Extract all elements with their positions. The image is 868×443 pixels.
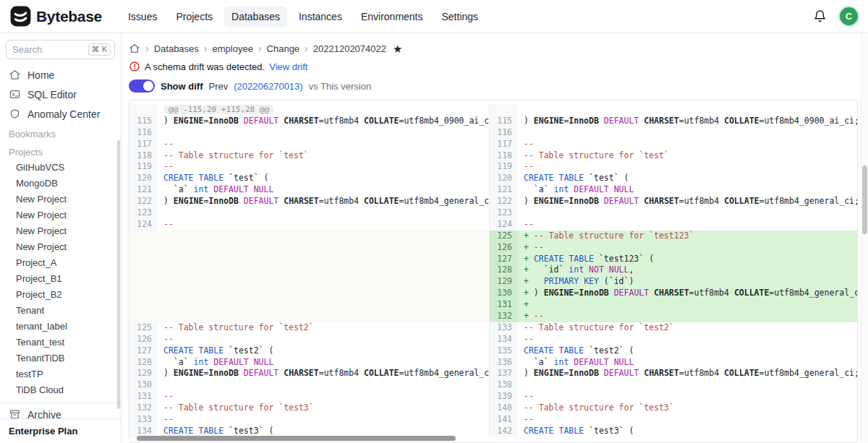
diff-line-right: -- [517,391,857,403]
diff-line-left: -- [157,219,490,231]
topbar-right: C [813,7,858,25]
topnav-item-environments[interactable]: Environments [354,7,430,27]
diff-row: 119--119-- [129,161,857,173]
sidebar-project-item[interactable]: TenantTiDB [0,350,121,366]
breadcrumb-separator: › [258,43,262,54]
sidebar-project-item[interactable]: tenant_label [0,319,121,335]
sidebar-project-item[interactable]: New Project [0,207,121,223]
topnav-item-projects[interactable]: Projects [169,7,220,27]
sidebar-item-archive[interactable]: Archive [0,405,121,418]
topbar: Bytebase IssuesProjectsDatabasesInstance… [0,0,868,33]
diff-row: 130+ ) ENGINE=InnoDB DEFAULT CHARSET=utf… [129,288,857,299]
show-diff-label: Show diff [161,81,203,92]
sidebar-project-item[interactable]: testTP [0,366,121,382]
view-drift-link[interactable]: View drift [269,61,307,72]
diff-row: 120CREATE TABLE `test` (120CREATE TABLE … [129,173,857,184]
sidebar-project-item[interactable]: MongoDB [0,176,121,192]
bytebase-logo[interactable]: Bytebase [10,6,102,27]
diff-row: 115) ENGINE=InnoDB DEFAULT CHARSET=utf8m… [129,116,857,127]
star-icon[interactable]: ★ [393,43,402,54]
sidebar-project-item[interactable]: TiDB Cloud [0,382,121,398]
vs-this-version-text: vs This version [309,81,371,92]
diff-line-right: `a` int DEFAULT NULL [517,184,857,196]
search-input[interactable]: Search ⌘ K [6,40,115,59]
diff-line-left [157,231,490,242]
sidebar-project-item[interactable]: Project_A [0,255,121,271]
sidebar-item-label: SQL Editor [27,89,77,100]
sql-editor-icon [9,88,21,100]
diff-gutter-left: 125 [129,322,157,334]
diff-line-right: `a` int DEFAULT NULL [517,357,857,369]
search-shortcut-badge: ⌘ K [88,43,111,56]
show-diff-toggle[interactable] [129,79,155,93]
diff-line-right: + CREATE TABLE `test123` ( [517,254,857,265]
diff-row: 131--139-- [129,391,857,403]
diff-row: 126+ -- [129,242,857,254]
breadcrumb-separator: › [145,43,149,54]
diff-line-right: -- [517,334,857,345]
diff-line-right: -- [517,414,857,426]
sidebar-project-item[interactable]: GitHubVCS [0,160,121,176]
diff-line-left [157,379,490,391]
diff-row: 128 `a` int DEFAULT NULL136 `a` int DEFA… [129,357,857,369]
diff-gutter-right: 127 [490,254,517,265]
diff-gutter-right: 125 [490,231,517,242]
topnav-item-instances[interactable]: Instances [292,7,349,27]
diff-gutter-right: 122 [490,196,517,207]
breadcrumb-item-databases[interactable]: Databases [154,43,199,54]
diff-row: 127+ CREATE TABLE `test123` ( [129,254,857,265]
diff-gutter-right: 129 [490,276,517,288]
diff-gutter-right: 133 [490,322,517,334]
sidebar-item-sql-editor[interactable]: SQL Editor [0,85,121,104]
sidebar-project-item[interactable]: New Project [0,223,121,239]
breadcrumb-item-employee[interactable]: employee [213,43,253,54]
sidebar-project-item[interactable]: New Project [0,192,121,207]
notification-bell-icon[interactable] [813,9,827,23]
plan-badge: Enterprise Plan [0,418,121,443]
diff-line-left [157,127,490,139]
diff-row: 118-- Table structure for `test`118-- Ta… [129,150,857,162]
prev-label: Prev [209,81,229,92]
topnav-items: IssuesProjectsDatabasesInstancesEnvironm… [121,7,485,27]
diff-row: 125-- Table structure for `test2`133-- T… [129,322,857,334]
diff-line-left [157,288,490,299]
topnav-item-databases[interactable]: Databases [224,7,287,27]
alert-icon [129,61,140,72]
diff-line-right [517,207,857,219]
breadcrumb-item-version[interactable]: 20221202074022 [313,43,386,54]
sidebar-project-item[interactable]: New Project [0,239,121,255]
sidebar-scroll-area: Home SQL Editor Anomaly Center Bookmarks… [0,65,121,418]
diff-row: 128+ `id` int NOT NULL, [129,264,857,276]
prev-version-link[interactable]: (202206270013) [234,81,302,92]
diff-horizontal-scrollbar-thumb[interactable] [137,436,456,441]
sidebar-item-anomaly-center[interactable]: Anomaly Center [0,104,121,124]
diff-row: 130138 [129,379,857,391]
sidebar-scrollbar[interactable] [117,140,120,409]
diff-line-left: `a` int DEFAULT NULL [157,357,490,369]
sidebar-project-item[interactable]: Tenant [0,303,121,319]
topnav-item-settings[interactable]: Settings [435,7,486,27]
diff-line-right: -- [517,219,857,231]
sidebar-project-item[interactable]: Tenant_test [0,335,121,350]
topnav-item-issues[interactable]: Issues [121,7,164,27]
diff-gutter-left: 115 [129,116,157,127]
diff-horizontal-scrollbar[interactable] [131,435,856,442]
sidebar-project-item[interactable]: Project_B2 [0,287,121,303]
breadcrumb-item-change[interactable]: Change [267,43,300,54]
page-scrollbar[interactable] [861,33,868,443]
diff-row: 117--117-- [129,139,857,150]
diff-line-left [157,264,490,276]
page-scrollbar-thumb[interactable] [862,165,867,234]
sidebar-project-item[interactable]: Project_B1 [0,271,121,287]
diff-line-right: ) ENGINE=InnoDB DEFAULT CHARSET=utf8mb4 … [517,196,857,207]
diff-line-right [517,127,857,139]
user-avatar[interactable]: C [840,7,858,25]
diff-line-right: + PRIMARY KEY (`id`) [517,276,857,288]
diff-gutter-right: 139 [490,391,517,403]
diff-line-right: + [517,299,857,311]
diff-row: @@ -115,20 +115,28 @@ [129,104,857,116]
diff-gutter-left: 128 [129,357,157,369]
breadcrumb-home-icon[interactable] [129,43,140,54]
diff-line-left [157,242,490,254]
sidebar-item-home[interactable]: Home [0,65,121,85]
